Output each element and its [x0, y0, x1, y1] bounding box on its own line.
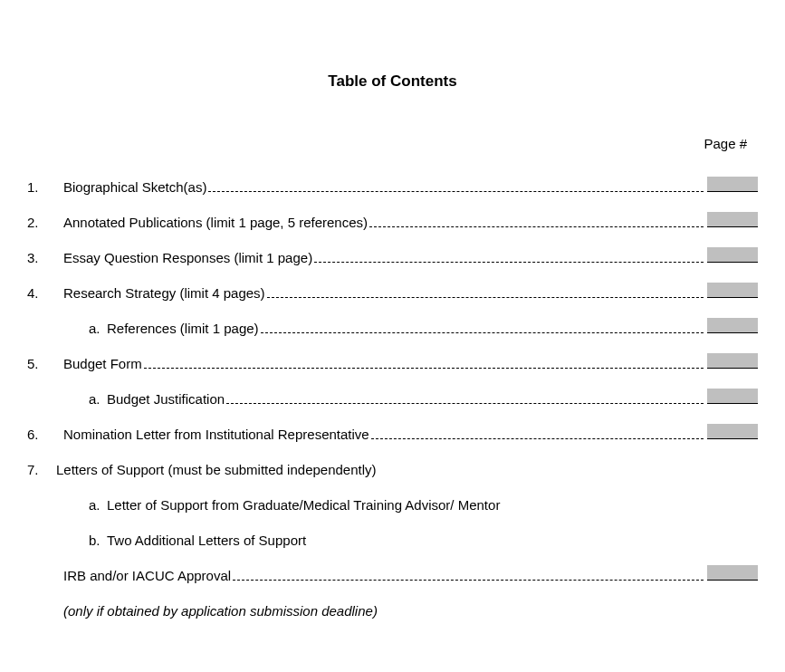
page-number-field[interactable]	[707, 212, 758, 227]
item-number: 6.	[27, 424, 49, 446]
sub-letter: a.	[89, 318, 107, 340]
toc-item-7b: b. Two Additional Letters of Support	[27, 530, 758, 552]
page-number-field[interactable]	[707, 565, 758, 581]
page-number-field[interactable]	[707, 318, 758, 333]
page-number-field[interactable]	[707, 353, 758, 369]
toc-item-4: 4. Research Strategy (limit 4 pages)	[27, 283, 758, 304]
sub-letter: b.	[89, 530, 107, 552]
leader-line	[267, 297, 704, 298]
item-label: Letters of Support (must be submitted in…	[56, 459, 377, 481]
toc-item-7: 7. Letters of Support (must be submitted…	[27, 459, 758, 481]
item-note: (only if obtained by application submiss…	[63, 600, 378, 622]
page-number-header: Page #	[27, 136, 758, 151]
leader-line	[371, 438, 704, 439]
leader-line	[144, 368, 704, 369]
item-label: Annotated Publications (limit 1 page, 5 …	[63, 212, 368, 234]
leader-line	[233, 580, 704, 581]
item-label: Essay Question Responses (limit 1 page)	[63, 247, 312, 269]
toc-item-irb: IRB and/or IACUC Approval	[27, 565, 758, 587]
page-number-field[interactable]	[707, 177, 758, 192]
toc-item-5a: a. Budget Justification	[27, 389, 758, 410]
leader-line	[369, 226, 704, 227]
item-number: 1.	[27, 177, 49, 198]
toc-item-irb-note: (only if obtained by application submiss…	[27, 600, 758, 622]
item-number: 3.	[27, 247, 49, 269]
leader-line	[208, 191, 704, 192]
page-number-field[interactable]	[707, 247, 758, 263]
toc-item-4a: a. References (limit 1 page)	[27, 318, 758, 340]
item-label: IRB and/or IACUC Approval	[63, 565, 231, 587]
item-label: Nomination Letter from Institutional Rep…	[63, 424, 369, 446]
page-number-field[interactable]	[707, 283, 758, 298]
page-number-field[interactable]	[707, 424, 758, 439]
sub-letter: a.	[89, 389, 107, 410]
page-number-field[interactable]	[707, 389, 758, 404]
toc-item-5: 5. Budget Form	[27, 353, 758, 375]
page-title: Table of Contents	[27, 72, 758, 91]
item-label: Budget Justification	[107, 389, 225, 410]
sub-letter: a.	[89, 494, 107, 516]
toc-item-7a: a. Letter of Support from Graduate/Medic…	[27, 494, 758, 516]
toc-item-1: 1. Biographical Sketch(as)	[27, 177, 758, 198]
item-number: 4.	[27, 283, 49, 304]
item-number: 5.	[27, 353, 49, 375]
item-label: Budget Form	[63, 353, 142, 375]
toc-item-3: 3. Essay Question Responses (limit 1 pag…	[27, 247, 758, 269]
leader-line	[226, 403, 704, 404]
item-label: Two Additional Letters of Support	[107, 530, 306, 552]
item-label: Research Strategy (limit 4 pages)	[63, 283, 265, 304]
toc-item-6: 6. Nomination Letter from Institutional …	[27, 424, 758, 446]
toc-item-2: 2. Annotated Publications (limit 1 page,…	[27, 212, 758, 234]
item-number: 7.	[27, 459, 49, 481]
leader-line	[261, 332, 704, 333]
table-of-contents: 1. Biographical Sketch(as) 2. Annotated …	[27, 177, 758, 622]
leader-line	[314, 262, 704, 263]
item-number: 2.	[27, 212, 49, 234]
item-label: Biographical Sketch(as)	[63, 177, 206, 198]
item-label: References (limit 1 page)	[107, 318, 259, 340]
item-label: Letter of Support from Graduate/Medical …	[107, 494, 500, 516]
